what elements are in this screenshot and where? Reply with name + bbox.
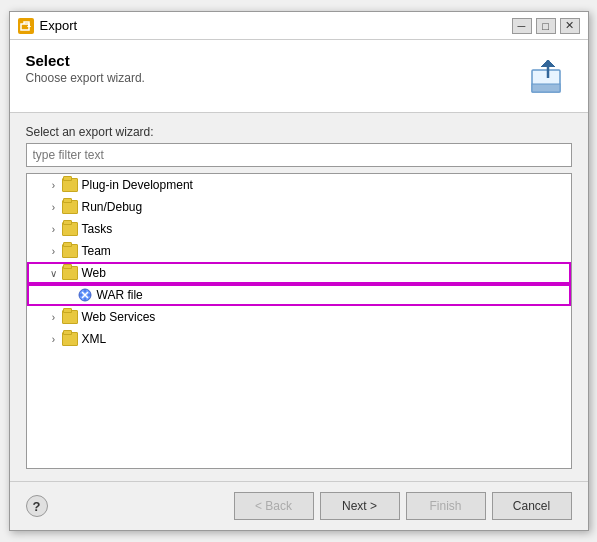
tree-label-war-file: WAR file	[97, 288, 143, 302]
tree-label-plugin-dev: Plug-in Development	[82, 178, 193, 192]
tree-item-run-debug[interactable]: › Run/Debug	[27, 196, 571, 218]
title-bar: Export ─ □ ✕	[10, 12, 588, 40]
tree-item-web-services[interactable]: › Web Services	[27, 306, 571, 328]
export-icon	[524, 52, 572, 100]
expand-icon-xml: ›	[47, 334, 61, 345]
tree-item-xml[interactable]: › XML	[27, 328, 571, 350]
tree-item-war-file[interactable]: WAR file	[27, 284, 571, 306]
footer-left: ?	[26, 495, 48, 517]
tree-item-tasks[interactable]: › Tasks	[27, 218, 571, 240]
export-dialog: Export ─ □ ✕ Select Choose export wizard…	[9, 11, 589, 531]
window-controls: ─ □ ✕	[512, 18, 580, 34]
footer-section: ? < Back Next > Finish Cancel	[10, 481, 588, 530]
filter-label: Select an export wizard:	[26, 125, 572, 139]
folder-icon-plugin-dev	[62, 178, 78, 192]
war-icon	[77, 287, 93, 303]
expand-icon-tasks: ›	[47, 224, 61, 235]
tree-item-web[interactable]: ∨ Web	[27, 262, 571, 284]
close-button[interactable]: ✕	[560, 18, 580, 34]
expand-icon-web-services: ›	[47, 312, 61, 323]
window-icon	[18, 18, 34, 34]
expand-icon-team: ›	[47, 246, 61, 257]
folder-icon-tasks	[62, 222, 78, 236]
tree-label-team: Team	[82, 244, 111, 258]
header-text: Select Choose export wizard.	[26, 52, 145, 85]
cancel-button[interactable]: Cancel	[492, 492, 572, 520]
expand-icon-run-debug: ›	[47, 202, 61, 213]
expand-icon-web: ∨	[47, 268, 61, 279]
window-title: Export	[40, 18, 512, 33]
help-button[interactable]: ?	[26, 495, 48, 517]
tree-label-web: Web	[82, 266, 106, 280]
folder-icon-team	[62, 244, 78, 258]
tree-item-plugin-dev[interactable]: › Plug-in Development	[27, 174, 571, 196]
svg-rect-2	[532, 84, 560, 92]
tree-label-tasks: Tasks	[82, 222, 113, 236]
tree-item-team[interactable]: › Team	[27, 240, 571, 262]
filter-input[interactable]	[26, 143, 572, 167]
back-button[interactable]: < Back	[234, 492, 314, 520]
next-button[interactable]: Next >	[320, 492, 400, 520]
tree-label-run-debug: Run/Debug	[82, 200, 143, 214]
folder-icon-web	[62, 266, 78, 280]
folder-icon-run-debug	[62, 200, 78, 214]
tree-label-web-services: Web Services	[82, 310, 156, 324]
header-section: Select Choose export wizard.	[10, 40, 588, 113]
content-section: Select an export wizard: › Plug-in Devel…	[10, 113, 588, 481]
footer-buttons: < Back Next > Finish Cancel	[234, 492, 572, 520]
maximize-button[interactable]: □	[536, 18, 556, 34]
tree-container[interactable]: › Plug-in Development › Run/Debug › Task…	[26, 173, 572, 469]
tree-label-xml: XML	[82, 332, 107, 346]
folder-icon-xml	[62, 332, 78, 346]
header-subtitle: Choose export wizard.	[26, 71, 145, 85]
expand-icon-plugin-dev: ›	[47, 180, 61, 191]
header-title: Select	[26, 52, 145, 69]
folder-icon-web-services	[62, 310, 78, 324]
finish-button[interactable]: Finish	[406, 492, 486, 520]
minimize-button[interactable]: ─	[512, 18, 532, 34]
